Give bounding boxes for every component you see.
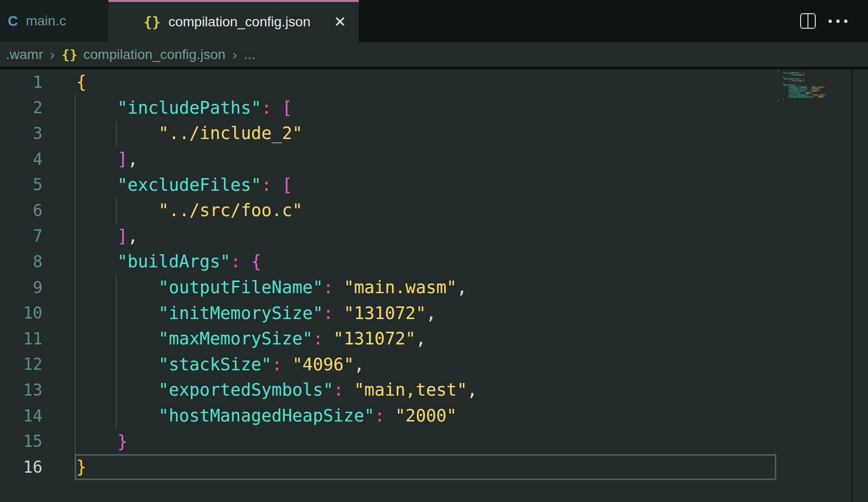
- minimap-content: { "includePaths": [ "../include_2" ], "e…: [778, 70, 846, 102]
- minimap[interactable]: { "includePaths": [ "../include_2" ], "e…: [778, 70, 846, 102]
- line-number[interactable]: 13: [0, 381, 42, 400]
- code-text: "exportedSymbols": "main,test",: [42, 380, 477, 400]
- line-number[interactable]: 5: [0, 175, 42, 194]
- code-line[interactable]: 3 "../include_2": [0, 120, 868, 146]
- code-editor[interactable]: 1{2 "includePaths": [3 "../include_2"4 ]…: [0, 69, 868, 502]
- line-number[interactable]: 8: [0, 252, 42, 271]
- code-line[interactable]: 8 "buildArgs": {: [0, 249, 868, 275]
- code-line[interactable]: 7 ],: [0, 223, 868, 249]
- breadcrumb-file[interactable]: compilation_config.json: [83, 47, 226, 62]
- line-number[interactable]: 10: [0, 303, 42, 322]
- code-text: "excludeFiles": [: [42, 175, 292, 195]
- line-number[interactable]: 1: [0, 73, 42, 92]
- code-line[interactable]: 16}: [0, 454, 868, 480]
- breadcrumb-folder[interactable]: .wamr: [6, 47, 43, 62]
- code-line[interactable]: 1{: [0, 69, 868, 95]
- line-number[interactable]: 9: [0, 278, 42, 297]
- tab-main-c[interactable]: C main.c: [0, 0, 108, 42]
- code-text: "hostManagedHeapSize": "2000": [42, 406, 457, 425]
- breadcrumb-symbol-ellipsis[interactable]: ...: [244, 47, 255, 62]
- code-text: }: [42, 457, 86, 477]
- breadcrumb: .wamr › {} compilation_config.json › ...: [0, 42, 868, 67]
- json-braces-icon: {}: [144, 14, 161, 30]
- code-line[interactable]: 15 }: [0, 428, 868, 454]
- code-lines: 1{2 "includePaths": [3 "../include_2"4 ]…: [0, 69, 868, 480]
- code-line[interactable]: 14 "hostManagedHeapSize": "2000": [0, 403, 868, 429]
- chevron-right-icon: ›: [50, 46, 55, 63]
- tab-bar: C main.c {} compilation_config.json ✕: [0, 0, 868, 42]
- tab-compilation-config-json[interactable]: {} compilation_config.json ✕: [108, 0, 359, 42]
- line-number[interactable]: 16: [0, 458, 42, 477]
- code-text: "stackSize": "4096",: [42, 355, 364, 374]
- code-text: "includePaths": [: [42, 98, 292, 118]
- close-icon[interactable]: ✕: [334, 15, 346, 29]
- line-number[interactable]: 12: [0, 355, 42, 374]
- line-number[interactable]: 6: [0, 201, 42, 220]
- line-number[interactable]: 15: [0, 432, 42, 451]
- code-text: "buildArgs": {: [42, 252, 261, 271]
- code-line[interactable]: 12 "stackSize": "4096",: [0, 352, 868, 378]
- line-number[interactable]: 11: [0, 329, 42, 348]
- line-number[interactable]: 4: [0, 150, 42, 169]
- code-text: "initMemorySize": "131072",: [42, 303, 436, 323]
- line-number[interactable]: 2: [0, 98, 42, 117]
- tab-label: main.c: [26, 13, 66, 29]
- json-braces-icon: {}: [62, 47, 78, 62]
- code-text: "maxMemorySize": "131072",: [42, 329, 426, 348]
- line-number[interactable]: 14: [0, 406, 42, 425]
- code-line[interactable]: 4 ],: [0, 146, 868, 172]
- code-line[interactable]: 2 "includePaths": [: [0, 95, 868, 121]
- code-text: "../src/foo.c": [42, 201, 303, 220]
- code-text: "../include_2": [42, 123, 303, 143]
- code-line[interactable]: 9 "outputFileName": "main.wasm",: [0, 275, 868, 301]
- code-text: }: [42, 432, 127, 451]
- more-actions-icon[interactable]: [828, 13, 847, 29]
- code-line[interactable]: 5 "excludeFiles": [: [0, 172, 868, 198]
- code-line[interactable]: 10 "initMemorySize": "131072",: [0, 300, 868, 326]
- code-text: "outputFileName": "main.wasm",: [42, 278, 467, 297]
- code-text: {: [42, 72, 86, 92]
- code-text: ],: [42, 226, 138, 246]
- code-text: ],: [42, 149, 138, 169]
- chevron-right-icon: ›: [232, 46, 237, 63]
- tab-label: compilation_config.json: [168, 14, 310, 30]
- minimap-right-border: [851, 69, 852, 502]
- code-line[interactable]: 11 "maxMemorySize": "131072",: [0, 326, 868, 352]
- split-editor-icon[interactable]: [800, 13, 816, 29]
- code-line[interactable]: 13 "exportedSymbols": "main,test",: [0, 377, 868, 403]
- editor-actions: [800, 0, 868, 42]
- line-number[interactable]: 7: [0, 226, 42, 245]
- code-line[interactable]: 6 "../src/foo.c": [0, 198, 868, 223]
- c-file-icon: C: [8, 13, 18, 29]
- line-number[interactable]: 3: [0, 124, 42, 143]
